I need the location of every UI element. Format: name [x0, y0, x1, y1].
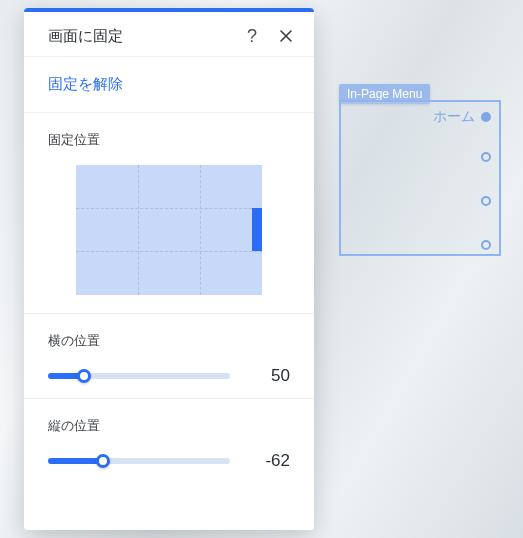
vertical-offset-section: 縦の位置 -62 [24, 399, 314, 483]
pin-cell-top-left[interactable] [76, 165, 138, 208]
panel-title: 画面に固定 [48, 27, 123, 46]
panel-header: 画面に固定 ? [24, 12, 314, 57]
unpin-link[interactable]: 固定を解除 [48, 75, 123, 92]
in-page-menu-widget[interactable]: ホーム [339, 100, 501, 256]
pin-cell-top-center[interactable] [138, 165, 200, 208]
menu-item-0[interactable]: ホーム [433, 108, 491, 126]
pin-cell-bottom-right[interactable] [200, 251, 262, 295]
pin-cell-bottom-left[interactable] [76, 251, 138, 295]
pin-cell-middle-left[interactable] [76, 208, 138, 251]
menu-item-3[interactable] [475, 240, 491, 250]
pin-cell-bottom-center[interactable] [138, 251, 200, 295]
vertical-offset-label: 縦の位置 [48, 417, 290, 435]
horizontal-offset-label: 横の位置 [48, 332, 290, 350]
pin-position-section: 固定位置 [24, 113, 314, 314]
menu-item-2[interactable] [475, 196, 491, 206]
horizontal-slider-thumb[interactable] [77, 369, 91, 383]
pin-cell-top-right[interactable] [200, 165, 262, 208]
horizontal-offset-slider[interactable] [48, 373, 230, 379]
pin-to-screen-panel: 画面に固定 ? 固定を解除 固定位置 [24, 8, 314, 530]
panel-header-actions: ? [242, 26, 296, 46]
close-icon[interactable] [276, 26, 296, 46]
unpin-row: 固定を解除 [24, 57, 314, 113]
menu-item-label: ホーム [433, 108, 475, 126]
vertical-slider-fill [48, 458, 103, 464]
menu-dot-icon [481, 112, 491, 122]
pin-position-label: 固定位置 [48, 131, 290, 149]
vertical-offset-slider[interactable] [48, 458, 230, 464]
menu-dot-icon [481, 240, 491, 250]
vertical-slider-thumb[interactable] [96, 454, 110, 468]
menu-item-1[interactable] [475, 152, 491, 162]
horizontal-offset-value: 50 [244, 366, 290, 386]
vertical-offset-value: -62 [244, 451, 290, 471]
menu-dot-icon [481, 152, 491, 162]
horizontal-offset-section: 横の位置 50 [24, 314, 314, 399]
help-icon[interactable]: ? [242, 26, 262, 46]
pin-cell-middle-center[interactable] [138, 208, 200, 251]
menu-dot-icon [481, 196, 491, 206]
pin-position-grid[interactable] [76, 165, 262, 295]
pin-edge-active-right [252, 208, 262, 251]
